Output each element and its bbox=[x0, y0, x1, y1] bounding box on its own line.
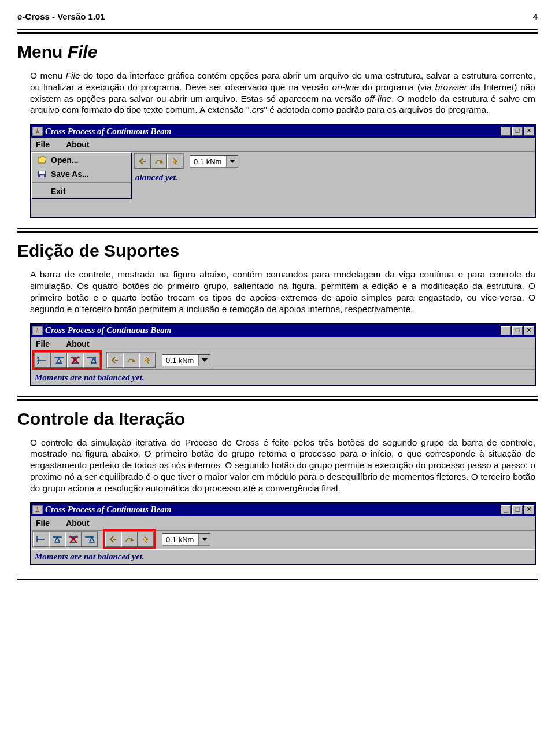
menu-item-exit[interactable]: Exit bbox=[32, 184, 131, 198]
toolbar: 0.1 kNm bbox=[31, 351, 535, 370]
solve-button[interactable] bbox=[167, 154, 183, 169]
remove-support-button[interactable] bbox=[67, 353, 83, 368]
toolbar-group-supports bbox=[32, 531, 98, 547]
section1-body: O menu File do topo da interface gráfica… bbox=[17, 70, 538, 116]
menu-about[interactable]: About bbox=[66, 140, 89, 149]
divider bbox=[17, 579, 538, 580]
step-button[interactable] bbox=[123, 353, 139, 368]
reset-button[interactable] bbox=[135, 154, 151, 169]
section2-body: A barra de controle, mostrada na figura … bbox=[17, 269, 538, 314]
status-text-clipped: alanced yet. bbox=[132, 171, 181, 185]
maximize-button[interactable]: □ bbox=[512, 505, 523, 514]
toolbar-group-iteration bbox=[134, 153, 184, 169]
window-titlebar: Cross Process of Continuous Beam _ □ × bbox=[31, 503, 535, 516]
right-support-toggle-button[interactable] bbox=[82, 532, 98, 547]
section-heading-menu-file: Menu File bbox=[17, 42, 538, 62]
screenshot-support-toolbar: Cross Process of Continuous Beam _ □ × F… bbox=[30, 323, 536, 386]
dropdown-arrow-icon bbox=[198, 534, 210, 545]
window-title: Cross Process of Continuous Beam bbox=[45, 505, 501, 514]
remove-support-button[interactable] bbox=[65, 532, 82, 547]
solve-button[interactable] bbox=[138, 532, 154, 547]
svg-rect-2 bbox=[40, 175, 44, 177]
status-text: Moments are not balanced yet. bbox=[31, 549, 535, 564]
save-icon bbox=[37, 169, 47, 179]
divider bbox=[17, 32, 538, 34]
page-header: e-Cross - Versão 1.01 4 bbox=[17, 12, 538, 21]
toolbar: 0.1 kNm bbox=[31, 531, 535, 549]
add-support-button[interactable] bbox=[49, 532, 65, 547]
solve-button[interactable] bbox=[139, 353, 156, 368]
step-button[interactable] bbox=[151, 154, 167, 169]
divider bbox=[17, 228, 538, 229]
status-text: Moments are not balanced yet. bbox=[31, 370, 535, 385]
menu-file[interactable]: File bbox=[36, 339, 50, 349]
step-button[interactable] bbox=[121, 532, 138, 547]
window-title: Cross Process of Continuous Beam bbox=[45, 325, 501, 335]
divider bbox=[17, 231, 538, 233]
toolbar-group-iteration bbox=[106, 352, 156, 368]
page-number: 4 bbox=[533, 12, 538, 21]
close-button[interactable]: × bbox=[524, 505, 534, 514]
menu-about[interactable]: About bbox=[66, 339, 89, 349]
minimize-button[interactable]: _ bbox=[501, 127, 511, 136]
svg-rect-1 bbox=[39, 171, 45, 174]
menu-item-open[interactable]: Open... bbox=[32, 153, 131, 167]
section3-body: O controle da simulação iterativa do Pro… bbox=[17, 437, 538, 494]
screenshot-iteration-toolbar: Cross Process of Continuous Beam _ □ × F… bbox=[30, 502, 536, 565]
reset-button[interactable] bbox=[105, 532, 121, 547]
unit-selector[interactable]: 0.1 kNm bbox=[162, 354, 210, 366]
file-dropdown: Open... Save As... Exit bbox=[31, 152, 132, 199]
close-button[interactable]: × bbox=[524, 127, 534, 136]
menu-file[interactable]: File bbox=[36, 518, 50, 528]
java-icon bbox=[32, 326, 43, 335]
divider bbox=[17, 396, 538, 397]
maximize-button[interactable]: □ bbox=[512, 127, 523, 136]
section-heading-suportes: Edição de Suportes bbox=[17, 241, 538, 261]
reset-button[interactable] bbox=[107, 353, 123, 368]
menu-about[interactable]: About bbox=[66, 518, 89, 528]
highlighted-support-group bbox=[32, 350, 102, 370]
highlighted-iteration-group bbox=[103, 529, 156, 549]
menubar: File About bbox=[31, 516, 535, 531]
doc-title: e-Cross - Versão 1.01 bbox=[17, 12, 105, 21]
divider bbox=[17, 29, 538, 30]
divider bbox=[17, 576, 538, 576]
window-titlebar: Cross Process of Continuous Beam _ □ × bbox=[31, 324, 535, 337]
left-support-toggle-button[interactable] bbox=[33, 532, 49, 547]
dropdown-arrow-icon bbox=[226, 156, 238, 167]
close-button[interactable]: × bbox=[524, 326, 534, 335]
maximize-button[interactable]: □ bbox=[512, 326, 523, 335]
unit-selector[interactable]: 0.1 kNm bbox=[190, 155, 238, 168]
section-heading-iteracao: Controle da Iteração bbox=[17, 409, 538, 429]
java-icon bbox=[32, 127, 43, 136]
menu-item-save-as[interactable]: Save As... bbox=[32, 167, 131, 181]
divider bbox=[17, 399, 538, 401]
right-support-toggle-button[interactable] bbox=[83, 353, 99, 368]
menu-file[interactable]: File bbox=[36, 140, 50, 149]
menubar: File About bbox=[31, 138, 535, 152]
java-icon bbox=[32, 505, 43, 514]
minimize-button[interactable]: _ bbox=[501, 326, 511, 335]
window-titlebar: Cross Process of Continuous Beam _ □ × bbox=[31, 125, 535, 138]
window-title: Cross Process of Continuous Beam bbox=[45, 127, 501, 136]
screenshot-file-menu: Cross Process of Continuous Beam _ □ × F… bbox=[30, 124, 536, 218]
menubar: File About bbox=[31, 337, 535, 351]
unit-selector[interactable]: 0.1 kNm bbox=[162, 533, 210, 546]
add-support-button[interactable] bbox=[51, 353, 67, 368]
open-folder-icon bbox=[37, 155, 47, 165]
left-support-toggle-button[interactable] bbox=[35, 353, 51, 368]
minimize-button[interactable]: _ bbox=[501, 505, 511, 514]
dropdown-arrow-icon bbox=[198, 355, 210, 366]
